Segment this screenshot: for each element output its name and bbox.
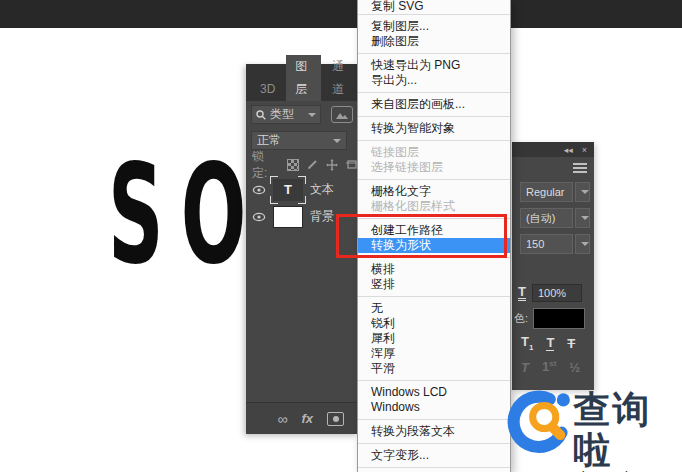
- menu-group: 栅格化文字 栅格化图层样式: [358, 180, 510, 219]
- chaxunla-logo-icon: [503, 382, 575, 462]
- layers-panel: 3D 图层 通道 类型 正常 锁定: T 文本: [246, 64, 358, 434]
- chevron-down-icon: [581, 242, 589, 246]
- background-layer-thumbnail[interactable]: [273, 206, 303, 228]
- menu-item-rasterize-type[interactable]: 栅格化文字: [358, 184, 510, 199]
- character-panel-menu-row: [512, 157, 594, 179]
- layers-filter-row: 类型: [246, 101, 358, 128]
- application-top-bar: [0, 0, 682, 28]
- ordinals-button[interactable]: 1st: [542, 359, 556, 374]
- menu-group: 复制 SVG: [358, 0, 510, 15]
- menu-group: 来自图层的画板...: [358, 93, 510, 117]
- menu-item-antialias-smooth[interactable]: 平滑: [358, 361, 510, 376]
- menu-group: 快速导出为 PNG 导出为...: [358, 54, 510, 93]
- layers-panel-footer: ∞ fx: [246, 402, 358, 434]
- filter-kind-dropdown[interactable]: 类型: [251, 105, 321, 124]
- menu-item-antialias-sharp[interactable]: 锐利: [358, 316, 510, 331]
- menu-item-link-layers: 链接图层: [358, 145, 510, 160]
- faux-italic-button[interactable]: T: [521, 360, 529, 375]
- lock-transparency-icon[interactable]: [287, 159, 299, 171]
- menu-item-windows[interactable]: Windows: [358, 400, 510, 415]
- menu-item-convert-to-smart-object[interactable]: 转换为智能对象: [358, 121, 510, 136]
- layers-panel-empty-area: [246, 230, 358, 402]
- text-layer-thumbnail[interactable]: T: [273, 179, 303, 201]
- menu-item-convert-to-paragraph-text[interactable]: 转换为段落文本: [358, 424, 510, 439]
- tracking-dropdown-button[interactable]: [575, 234, 590, 254]
- collapse-panel-icon[interactable]: ◂◂: [564, 145, 573, 155]
- menu-item-duplicate-layer[interactable]: 复制图层...: [358, 19, 510, 34]
- menu-group: 文字变形...: [358, 444, 510, 468]
- vertical-scale-icon: T: [518, 285, 526, 301]
- chaxunla-watermark: 查询啦 chaxunla.com: [503, 382, 682, 472]
- tracking-row: 150: [520, 234, 590, 254]
- vertical-scale-row: T 100%: [512, 281, 594, 305]
- vertical-scale-field[interactable]: 100%: [532, 284, 582, 302]
- fractions-button[interactable]: ½: [569, 360, 580, 375]
- layer-name[interactable]: 背景: [310, 208, 334, 225]
- color-row: 色:: [512, 305, 594, 331]
- menu-group: Windows LCD Windows: [358, 381, 510, 420]
- layer-name[interactable]: 文本: [310, 181, 334, 198]
- menu-group: 创建工作路径 转换为形状: [358, 219, 510, 258]
- underline-button[interactable]: T: [546, 335, 554, 351]
- menu-group: 链接图层 选择链接图层: [358, 141, 510, 180]
- menu-item-quick-export-png[interactable]: 快速导出为 PNG: [358, 58, 510, 73]
- tab-channels[interactable]: 通道: [323, 55, 358, 101]
- chevron-down-icon: [308, 113, 316, 117]
- layer-row-background[interactable]: 背景: [246, 203, 358, 230]
- lock-paint-icon[interactable]: [307, 159, 318, 170]
- close-panel-icon[interactable]: ×: [582, 145, 587, 155]
- leading-field[interactable]: (自动): [520, 208, 573, 228]
- lock-row: 锁定:: [246, 153, 358, 176]
- menu-group: 横排 竖排: [358, 258, 510, 297]
- menu-item-rasterize-layer-style: 栅格化图层样式: [358, 199, 510, 214]
- tab-layers[interactable]: 图层: [286, 55, 321, 101]
- menu-item-warp-text[interactable]: 文字变形...: [358, 448, 510, 463]
- menu-group: 转换为段落文本: [358, 420, 510, 444]
- opentype-buttons: T 1st ½: [512, 355, 594, 379]
- chevron-down-icon: [581, 216, 589, 220]
- menu-group: 转换为智能对象: [358, 117, 510, 141]
- chevron-down-icon: [581, 190, 589, 194]
- subscript-button[interactable]: T1: [521, 334, 533, 352]
- layer-row-text[interactable]: T 文本: [246, 176, 358, 203]
- text-color-swatch[interactable]: [533, 308, 585, 329]
- menu-group: 复制图层... 删除图层: [358, 15, 510, 54]
- menu-item-antialias-strong[interactable]: 浑厚: [358, 346, 510, 361]
- color-label: 色:: [514, 311, 528, 326]
- strikethrough-button[interactable]: T: [567, 336, 575, 351]
- menu-item-export-as[interactable]: 导出为...: [358, 73, 510, 88]
- menu-group: 无 锐利 犀利 浑厚 平滑: [358, 297, 510, 381]
- eye-icon[interactable]: [252, 185, 266, 195]
- menu-item-vertical[interactable]: 竖排: [358, 277, 510, 292]
- leading-row: (自动): [520, 208, 590, 228]
- layer-style-fx-icon[interactable]: fx: [301, 411, 313, 426]
- link-layers-icon[interactable]: ∞: [277, 411, 287, 427]
- menu-item-antialias-crisp[interactable]: 犀利: [358, 331, 510, 346]
- chevron-down-icon: [333, 139, 341, 143]
- eye-icon[interactable]: [252, 212, 266, 222]
- blend-mode-value: 正常: [257, 132, 281, 149]
- thumbnail-t-glyph: T: [284, 182, 292, 197]
- character-panel: ◂◂ × Regular (自动) 150 T 100% 色: T1 T T T…: [512, 142, 594, 390]
- menu-item-convert-to-shape[interactable]: 转换为形状: [358, 238, 510, 253]
- tab-3d[interactable]: 3D: [251, 78, 284, 101]
- logo-text-block: 查询啦 chaxunla.com: [573, 390, 682, 472]
- menu-item-windows-lcd[interactable]: Windows LCD: [358, 385, 510, 400]
- menu-item-delete-layer[interactable]: 删除图层: [358, 34, 510, 49]
- menu-item-select-linked-layers: 选择链接图层: [358, 160, 510, 175]
- search-icon: [256, 110, 266, 120]
- filter-pixel-layers-button[interactable]: [331, 106, 353, 123]
- font-style-field[interactable]: Regular: [520, 182, 573, 202]
- menu-item-copy-svg[interactable]: 复制 SVG: [358, 0, 510, 13]
- panel-menu-icon[interactable]: [573, 161, 587, 175]
- logo-title: 查询啦: [573, 390, 682, 471]
- add-mask-icon[interactable]: [327, 412, 344, 426]
- tracking-field[interactable]: 150: [520, 234, 573, 254]
- menu-item-antialias-none[interactable]: 无: [358, 301, 510, 316]
- font-style-dropdown-button[interactable]: [575, 182, 590, 202]
- lock-position-icon[interactable]: [326, 159, 338, 171]
- menu-item-create-work-path[interactable]: 创建工作路径: [358, 223, 510, 238]
- menu-item-horizontal[interactable]: 横排: [358, 262, 510, 277]
- leading-dropdown-button[interactable]: [575, 208, 590, 228]
- menu-item-artboard-from-layers[interactable]: 来自图层的画板...: [358, 97, 510, 112]
